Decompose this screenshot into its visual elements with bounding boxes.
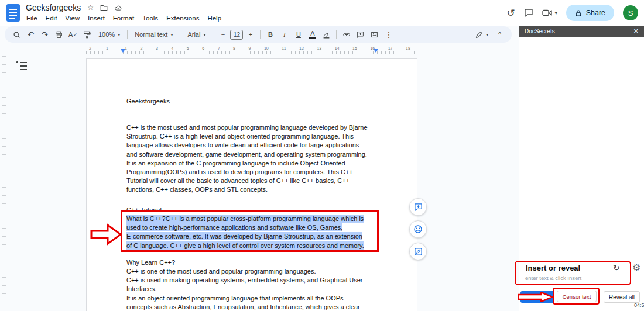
ruler-number: 12 <box>299 46 304 50</box>
text-line[interactable]: C++ is used in making operating systems,… <box>126 276 363 285</box>
text-line[interactable]: Stroustrup. C++ is a high-level and obje… <box>126 132 368 141</box>
doc-paragraph[interactable]: C++ is the most used and most popular pr… <box>126 123 368 195</box>
insert-button[interactable]: Insert <box>520 291 554 303</box>
doc-heading[interactable]: Geeksforgeeks <box>126 97 170 106</box>
highlighted-text-line[interactable]: used to create high-performance applicat… <box>126 223 364 232</box>
ruler-number: 15 <box>352 46 357 50</box>
add-comment-icon[interactable] <box>354 28 367 41</box>
text-line[interactable]: It is an object-oriented programming lan… <box>126 294 363 303</box>
censor-text-button[interactable]: Censor text <box>557 291 597 302</box>
refresh-icon[interactable]: ↻ <box>613 263 620 272</box>
ruler-number: 14 <box>335 46 340 50</box>
underline-button[interactable]: U <box>292 28 305 41</box>
avatar[interactable]: S <box>623 5 638 20</box>
section-title-cpp-tutorial[interactable]: C++ Tutorial <box>126 206 162 215</box>
increase-font-icon[interactable]: + <box>244 28 257 41</box>
secret-text-input[interactable] <box>525 273 613 282</box>
pencil-icon <box>475 31 483 39</box>
font-size-input[interactable]: 12 <box>230 30 243 40</box>
reveal-all-button[interactable]: Reveal all <box>604 291 640 303</box>
text-line[interactable]: functions, C++ classes, OOPs and STL con… <box>126 185 368 194</box>
google-docs-app: Geeksforgeeks ☆ FileEditViewInsertFormat… <box>0 0 644 311</box>
section-title-why-learn[interactable]: Why Learn C++? <box>126 258 175 267</box>
ruler-number: 13 <box>317 46 321 50</box>
undo-icon[interactable]: ↶ <box>24 28 37 41</box>
ruler-number: 11 <box>282 46 286 50</box>
italic-button[interactable]: I <box>278 28 291 41</box>
ruler-number: 9 <box>249 46 251 50</box>
menu-item[interactable]: Insert <box>84 13 109 23</box>
ruler-number: 1 <box>106 46 108 50</box>
document-page[interactable]: Geeksforgeeks C++ is the most used and m… <box>86 58 417 311</box>
version-history-icon[interactable]: ↺ <box>506 7 515 19</box>
gear-icon[interactable]: ⚙ <box>632 262 640 273</box>
text-line[interactable]: C++ is the most used and most popular pr… <box>126 123 368 132</box>
right-margin-marker[interactable] <box>374 49 378 53</box>
star-icon[interactable]: ☆ <box>87 4 94 12</box>
close-icon[interactable]: ✕ <box>633 27 639 35</box>
toolbar-divider <box>336 30 337 39</box>
text-line[interactable]: It is an expansion of the C programming … <box>126 159 368 168</box>
text-line[interactable]: and software development, game developme… <box>126 150 368 159</box>
docs-logo-icon[interactable] <box>6 4 20 22</box>
highlighted-text-line[interactable]: E-commerce software, etc. It was develop… <box>126 232 364 241</box>
spellcheck-icon[interactable]: A✓ <box>66 28 80 41</box>
ruler-number: 3 <box>156 46 158 50</box>
more-options-icon[interactable]: ⋮ <box>382 28 395 41</box>
insert-link-icon[interactable] <box>340 28 353 41</box>
text-line[interactable]: language allows developers to write clea… <box>126 141 368 150</box>
editing-mode-select[interactable]: ▾ <box>471 28 492 41</box>
docsecrets-panel: DocSecrets ✕ Insert or reveal ↻ ⚙ Insert… <box>519 26 644 311</box>
text-color-button[interactable]: A <box>306 28 319 41</box>
highlighted-text-line[interactable]: of C language. C++ give a high level of … <box>126 241 364 250</box>
paragraph-style-select[interactable]: Normal text▾ <box>131 28 177 41</box>
menu-item[interactable]: File <box>22 13 42 23</box>
meet-caret-icon: ▾ <box>555 11 557 16</box>
toolbar-divider <box>180 30 180 39</box>
highlighted-text-line[interactable]: What is C++?C++ is a most popular cross-… <box>126 215 364 223</box>
font-select[interactable]: Arial▾ <box>183 28 210 41</box>
share-label: Share <box>586 9 605 17</box>
menu-bar: FileEditViewInsertFormatToolsExtensionsH… <box>22 13 225 23</box>
add-comment-button[interactable] <box>409 198 427 216</box>
document-title[interactable]: Geeksforgeeks <box>26 3 81 12</box>
share-button[interactable]: Share <box>566 5 614 21</box>
text-line[interactable]: concepts such as Abstraction, Encapsulat… <box>126 303 363 311</box>
menu-item[interactable]: Help <box>203 13 225 23</box>
paint-format-icon[interactable] <box>80 28 94 41</box>
comments-icon[interactable] <box>524 8 533 18</box>
decrease-font-icon[interactable]: − <box>216 28 229 41</box>
menu-item[interactable]: Edit <box>42 13 61 23</box>
insert-image-icon[interactable] <box>368 28 381 41</box>
bold-button[interactable]: B <box>263 28 277 41</box>
doc-paragraph[interactable]: C++ is one of the most used and popular … <box>126 267 363 311</box>
document-outline-icon[interactable] <box>16 61 27 70</box>
suggest-edits-button[interactable] <box>409 243 427 260</box>
move-folder-icon[interactable] <box>100 4 108 12</box>
menu-item[interactable]: View <box>61 13 84 23</box>
selected-paragraph[interactable]: What is C++?C++ is a most popular cross-… <box>126 215 364 250</box>
zoom-select[interactable]: 100%▾ <box>94 28 124 41</box>
menu-item[interactable]: Tools <box>138 13 162 23</box>
search-menus-icon[interactable] <box>10 28 23 41</box>
ruler-number: 5 <box>187 46 189 50</box>
cloud-saved-icon[interactable] <box>114 4 122 12</box>
formatting-toolbar: ↶ ↷ A✓ 100%▾ Normal text▾ Arial▾ − 12 + … <box>5 26 512 43</box>
text-line[interactable]: C++ is one of the most used and popular … <box>126 267 363 276</box>
text-line[interactable]: Programming(OOPs) and is used to develop… <box>126 168 368 177</box>
insert-or-reveal-label: Insert or reveal <box>526 264 580 272</box>
text-line[interactable]: Tutorial will cover all the basic to adv… <box>126 177 368 185</box>
highlight-color-icon[interactable] <box>320 28 333 41</box>
print-icon[interactable] <box>52 28 66 41</box>
add-emoji-button[interactable] <box>409 220 427 238</box>
collapse-toolbar-icon[interactable]: ^ <box>493 28 506 41</box>
left-margin-marker[interactable] <box>121 49 125 53</box>
redo-icon[interactable]: ↷ <box>38 28 52 41</box>
menu-item[interactable]: Format <box>109 13 138 23</box>
docsecrets-title: DocSecrets <box>525 28 555 34</box>
meet-video-icon[interactable]: ▾ <box>542 9 557 17</box>
ruler-number: 2 <box>89 46 91 50</box>
text-line[interactable]: Interfaces. <box>126 285 363 293</box>
ruler-ticks <box>86 51 417 54</box>
menu-item[interactable]: Extensions <box>162 13 203 23</box>
